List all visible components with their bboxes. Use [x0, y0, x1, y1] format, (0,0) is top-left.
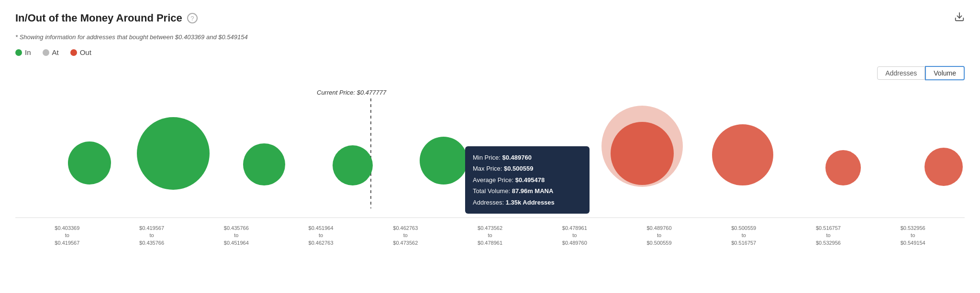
subtitle: * Showing information for addresses that… — [15, 33, 965, 41]
bubble-0 — [68, 141, 111, 184]
bubble-10 — [825, 150, 861, 185]
x-labels: $0.403369to$0.419567 $0.419567to$0.43576… — [15, 225, 965, 247]
x-label-7: $0.489760to$0.500559 — [617, 225, 702, 247]
legend-out: Out — [70, 48, 91, 56]
tooltip-vol-label: Total Volume: — [473, 187, 510, 195]
bubble-2 — [243, 143, 285, 185]
x-label-10: $0.532956to$0.549154 — [870, 225, 955, 247]
x-label-0: $0.403369to$0.419567 — [25, 225, 110, 247]
page-title: In/Out of the Money Around Price — [15, 12, 182, 24]
in-label: In — [25, 48, 31, 56]
at-label: At — [52, 48, 59, 56]
x-label-3: $0.451964to$0.462763 — [278, 225, 363, 247]
bubble-8 — [611, 122, 674, 185]
tooltip-addr-value: 1.35k Addresses — [506, 199, 555, 206]
bubble-4 — [420, 137, 468, 184]
bubble-1 — [137, 117, 210, 190]
x-label-9: $0.516757to$0.532956 — [786, 225, 871, 247]
bubble-3 — [333, 145, 373, 185]
tooltip-vol-value: 87.96m MANA — [512, 187, 554, 195]
x-label-4: $0.462763to$0.473562 — [363, 225, 448, 247]
help-icon[interactable]: ? — [187, 13, 198, 23]
addresses-button[interactable]: Addresses — [877, 66, 925, 80]
baseline — [15, 217, 965, 218]
legend-at: At — [43, 48, 59, 56]
out-dot — [70, 49, 77, 56]
current-price-label: Current Price: $0.477777 — [317, 89, 386, 96]
tooltip-min-label: Min Price: — [473, 154, 501, 161]
chart-area: Current Price: $0.477777 IntoTheBlock — [15, 84, 965, 247]
bubble-11 — [924, 148, 963, 186]
tooltip-addr-label: Addresses: — [473, 199, 504, 206]
x-label-2: $0.435766to$0.451964 — [194, 225, 278, 247]
out-label: Out — [80, 48, 91, 56]
bubble-9 — [712, 124, 773, 185]
x-label-5: $0.473562to$0.478961 — [448, 225, 533, 247]
download-icon[interactable] — [954, 11, 965, 25]
at-dot — [43, 49, 49, 56]
tooltip-max-label: Max Price: — [473, 165, 502, 172]
x-label-6: $0.478961to$0.489760 — [532, 225, 617, 247]
bubble-6 — [564, 171, 577, 184]
chart-controls: Addresses Volume — [15, 66, 965, 80]
in-dot — [15, 49, 22, 56]
tooltip-avg-label: Average Price: — [473, 176, 513, 184]
legend-in: In — [15, 48, 31, 56]
bubble-5 — [522, 163, 543, 184]
tooltip-min-value: $0.489760 — [502, 154, 531, 161]
legend: In At Out — [15, 48, 965, 56]
current-price-line — [370, 98, 371, 208]
x-label-8: $0.500559to$0.516757 — [702, 225, 786, 247]
volume-button[interactable]: Volume — [925, 66, 965, 80]
x-label-1: $0.419567to$0.435766 — [110, 225, 194, 247]
